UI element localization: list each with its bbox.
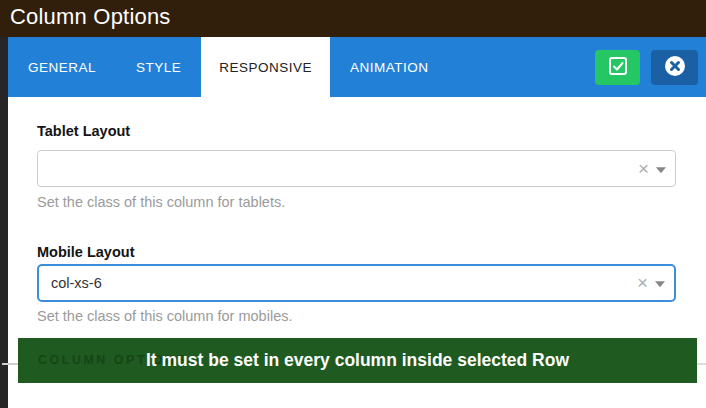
divider-fragment <box>2 363 18 365</box>
divider-fragment <box>697 363 706 365</box>
tab-animation[interactable]: ANIMATION <box>330 37 449 97</box>
mobile-layout-value: col-xs-6 <box>51 266 102 301</box>
close-button[interactable] <box>651 50 698 85</box>
mobile-layout-select[interactable]: col-xs-6 × <box>37 264 676 302</box>
tab-bar: GENERAL STYLE RESPONSIVE ANIMATION <box>8 37 706 97</box>
tab-general[interactable]: GENERAL <box>8 37 116 97</box>
notice-message: It must be set in every column inside se… <box>18 338 697 383</box>
tablet-layout-label: Tablet Layout <box>37 123 130 139</box>
mobile-layout-label: Mobile Layout <box>37 244 134 260</box>
confirm-button[interactable] <box>595 50 640 85</box>
page-backdrop <box>0 37 8 408</box>
column-options-modal: GENERAL STYLE RESPONSIVE ANIMATION <box>8 37 706 408</box>
tab-style[interactable]: STYLE <box>116 37 201 97</box>
tab-responsive[interactable]: RESPONSIVE <box>201 37 330 97</box>
tablet-layout-help: Set the class of this column for tablets… <box>37 194 285 210</box>
window-titlebar: Column Options <box>0 0 706 37</box>
clear-selection-icon[interactable]: × <box>638 159 649 178</box>
mobile-layout-help: Set the class of this column for mobiles… <box>37 308 292 324</box>
clear-selection-icon[interactable]: × <box>637 273 648 292</box>
screen: Column Options GENERAL STYLE RESPONSIVE … <box>0 0 706 408</box>
chevron-down-icon[interactable] <box>655 281 665 287</box>
page-title: Column Options <box>0 0 706 30</box>
check-square-icon <box>607 55 629 80</box>
notice-bar: COLUMN OPTIONS It must be set in every c… <box>18 338 697 383</box>
chevron-down-icon[interactable] <box>656 167 666 173</box>
tablet-layout-select[interactable]: × <box>37 150 676 187</box>
x-circle-icon <box>663 54 687 81</box>
